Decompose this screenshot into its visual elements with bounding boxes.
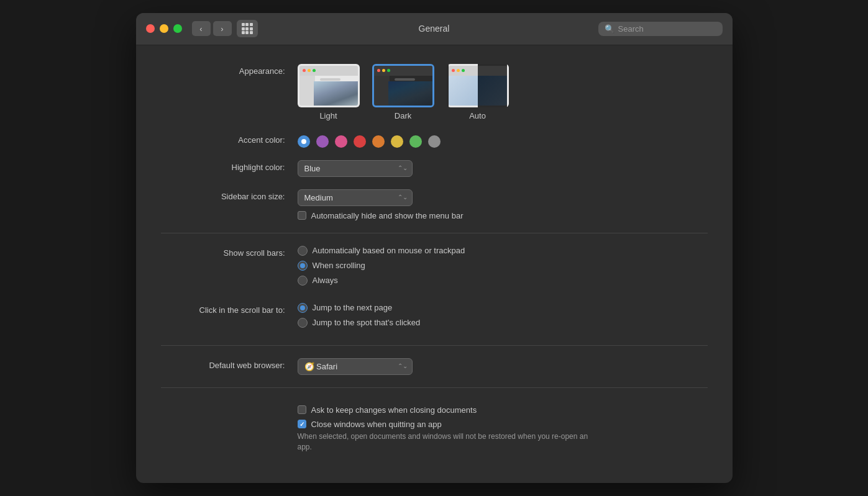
accent-pink[interactable]	[335, 135, 347, 148]
highlight-color-label: Highlight color:	[161, 160, 298, 172]
accent-graphite[interactable]	[428, 135, 441, 148]
click-next-page-label: Jump to the next page	[313, 303, 393, 312]
default-browser-controls: 🧭 Safari Chrome Firefox	[298, 358, 708, 375]
highlight-color-select-wrapper: Blue Gold Pink Red Orange Yellow Green G…	[298, 160, 413, 177]
appearance-label: Appearance:	[161, 64, 298, 76]
nav-buttons: ‹ ›	[192, 21, 232, 36]
traffic-lights	[146, 24, 182, 33]
thumb-auto-dark-half	[478, 76, 507, 106]
click-scroll-bar-row: Click in the scroll bar to: Jump to the …	[161, 303, 708, 333]
close-windows-description: When selected, open documents and window…	[298, 431, 596, 453]
show-scroll-bars-row: Show scroll bars: Automatically based on…	[161, 246, 708, 291]
scroll-always-radio[interactable]	[298, 276, 308, 286]
click-next-page-radio[interactable]	[298, 303, 308, 313]
scroll-auto-label: Automatically based on mouse or trackpad	[313, 246, 465, 255]
appearance-auto-label: Auto	[469, 111, 486, 120]
divider-2	[161, 345, 708, 346]
highlight-color-row: Highlight color: Blue Gold Pink Red Oran…	[161, 160, 708, 177]
divider-3	[161, 387, 708, 388]
default-browser-label: Default web browser:	[161, 358, 298, 370]
sidebar-icon-size-label: Sidebar icon size:	[161, 189, 298, 201]
thumb-sidebar-dark	[374, 76, 390, 106]
appearance-row: Appearance:	[161, 64, 708, 120]
titlebar: ‹ › General 🔍	[136, 13, 733, 45]
thumb-body-light	[299, 76, 358, 106]
close-windows-checkbox[interactable]	[298, 420, 306, 428]
thumb-dot	[387, 69, 390, 72]
forward-button[interactable]: ›	[213, 21, 232, 36]
thumb-titlebar-dark	[374, 66, 432, 76]
scroll-always-label: Always	[313, 276, 338, 285]
thumb-body-auto	[449, 76, 507, 106]
close-docs-checkbox[interactable]	[298, 405, 306, 414]
divider-1	[161, 233, 708, 233]
close-settings-controls: Ask to keep changes when closing documen…	[298, 400, 708, 453]
appearance-controls: Light	[298, 64, 708, 120]
accent-blue[interactable]	[298, 135, 310, 148]
maximize-button[interactable]	[173, 24, 182, 33]
thumb-dot	[382, 69, 385, 72]
thumb-dot	[377, 69, 380, 72]
grid-view-button[interactable]	[237, 20, 258, 37]
menu-bar-row: Automatically hide and show the menu bar	[298, 206, 708, 220]
search-input[interactable]	[618, 24, 716, 34]
minimize-button[interactable]	[160, 24, 168, 33]
scroll-always-row: Always	[298, 276, 708, 286]
show-scroll-bars-label: Show scroll bars:	[161, 246, 298, 258]
accent-orange[interactable]	[372, 135, 385, 148]
click-spot-clicked-radio[interactable]	[298, 318, 308, 328]
appearance-light-label: Light	[319, 111, 337, 120]
highlight-color-select[interactable]: Blue Gold Pink Red Orange Yellow Green G…	[298, 160, 413, 177]
appearance-dark-option[interactable]: Dark	[372, 64, 434, 120]
sidebar-icon-size-select[interactable]: Small Medium Large	[298, 189, 413, 206]
back-button[interactable]: ‹	[192, 21, 211, 36]
menu-bar-label: Automatically hide and show the menu bar	[311, 211, 464, 220]
accent-color-controls	[298, 133, 708, 148]
content-area: Appearance:	[136, 45, 733, 484]
thumb-sidebar	[299, 76, 315, 106]
thumb-auto-light-half	[449, 76, 478, 106]
window-title: General	[419, 24, 450, 34]
accent-purple[interactable]	[316, 135, 329, 148]
menu-bar-checkbox[interactable]	[298, 211, 306, 220]
appearance-light-option[interactable]: Light	[298, 64, 360, 120]
forward-arrow-icon: ›	[221, 24, 223, 34]
accent-colors	[298, 133, 708, 148]
scroll-when-scrolling-row: When scrolling	[298, 261, 708, 271]
scroll-when-scrolling-label: When scrolling	[313, 261, 365, 270]
click-spot-clicked-label: Jump to the spot that's clicked	[313, 318, 421, 327]
appearance-auto-thumb	[447, 64, 509, 107]
close-windows-label: Close windows when quitting an app	[311, 420, 442, 429]
thumb-titlebar-auto	[449, 66, 507, 76]
accent-red[interactable]	[354, 135, 366, 148]
thumb-titlebar-light	[299, 66, 358, 76]
appearance-options: Light	[298, 64, 708, 120]
default-browser-select-wrapper: 🧭 Safari Chrome Firefox	[298, 358, 413, 375]
close-button[interactable]	[146, 24, 155, 33]
close-settings-label	[161, 400, 298, 403]
accent-green[interactable]	[409, 135, 422, 148]
scroll-auto-row: Automatically based on mouse or trackpad	[298, 246, 708, 256]
search-box[interactable]: 🔍	[598, 22, 723, 36]
thumb-body-dark	[374, 76, 432, 106]
click-scroll-bar-label: Click in the scroll bar to:	[161, 303, 298, 315]
appearance-auto-option[interactable]: Auto	[447, 64, 509, 120]
appearance-dark-thumb	[372, 64, 434, 107]
show-scroll-bars-controls: Automatically based on mouse or trackpad…	[298, 246, 708, 291]
appearance-light-thumb	[298, 64, 360, 107]
thumb-dot	[313, 69, 316, 72]
thumb-dot	[308, 69, 311, 72]
thumb-dot	[452, 69, 455, 72]
default-browser-row: Default web browser: 🧭 Safari Chrome Fir…	[161, 358, 708, 375]
accent-color-label: Accent color:	[161, 133, 298, 145]
default-browser-select[interactable]: 🧭 Safari Chrome Firefox	[298, 358, 413, 375]
scroll-when-scrolling-radio[interactable]	[298, 261, 308, 271]
highlight-color-controls: Blue Gold Pink Red Orange Yellow Green G…	[298, 160, 708, 177]
appearance-dark-label: Dark	[395, 111, 411, 120]
click-scroll-bar-controls: Jump to the next page Jump to the spot t…	[298, 303, 708, 333]
thumb-dot	[457, 69, 460, 72]
accent-yellow[interactable]	[391, 135, 403, 148]
close-windows-row: Close windows when quitting an app	[298, 415, 708, 429]
close-docs-row: Ask to keep changes when closing documen…	[298, 400, 708, 415]
scroll-auto-radio[interactable]	[298, 246, 308, 256]
